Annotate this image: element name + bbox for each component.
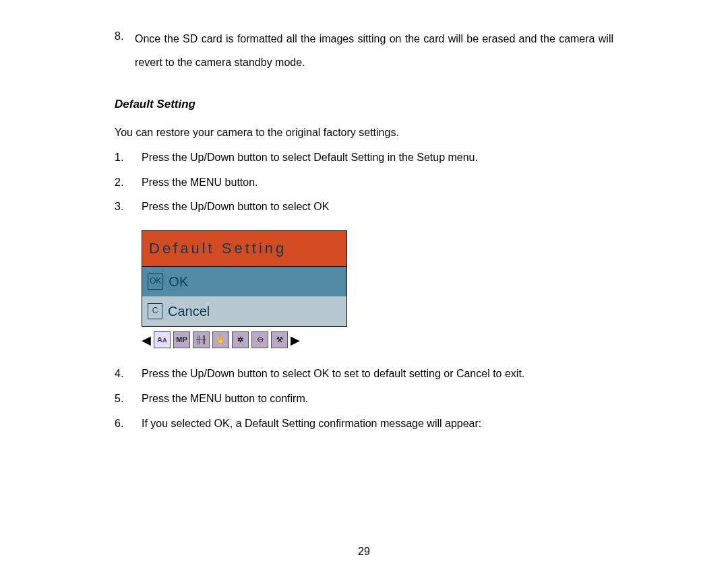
face-icon: ✲ [232, 331, 249, 348]
steps-list-after: 4. Press the Up/Down button to select OK… [115, 364, 613, 433]
step-text: Press the MENU button to confirm. [142, 389, 308, 409]
section-heading: Default Setting [115, 94, 613, 115]
icon-strip: ◀ Aᴀ MP ╫╫ ✋ ✲ ⦵ ⚒ ▶ [142, 329, 347, 351]
step-number: 5. [115, 389, 142, 409]
page-number: 29 [0, 542, 728, 562]
frequency-icon: ╫╫ [193, 331, 210, 348]
step-6: 6. If you selected OK, a Default Setting… [115, 414, 613, 434]
cancel-label: Cancel [168, 299, 210, 323]
steps-list-before: 1. Press the Up/Down button to select De… [115, 148, 613, 217]
option-cancel-row: C Cancel [142, 296, 346, 326]
ok-label: OK [169, 269, 188, 294]
step-number: 3. [115, 197, 142, 217]
timer-icon: ⦵ [251, 331, 268, 348]
step-4: 4. Press the Up/Down button to select OK… [115, 364, 613, 384]
step-number: 4. [115, 364, 142, 384]
auto-icon: Aᴀ [154, 331, 171, 348]
option-ok-row: OK OK [142, 267, 346, 296]
item-text: Once the SD card is formatted all the im… [135, 27, 613, 74]
step-text: Press the Up/Down button to select OK [142, 197, 329, 217]
step-number: 1. [115, 148, 142, 168]
step-2: 2. Press the MENU button. [115, 173, 613, 193]
list-item-8: 8. Once the SD card is formatted all the… [115, 27, 613, 74]
item-number: 8. [115, 27, 135, 74]
step-text: Press the MENU button. [142, 173, 258, 193]
step-number: 6. [115, 414, 142, 434]
screen-title: Default Setting [142, 231, 346, 267]
arrow-left-icon: ◀ [142, 329, 151, 351]
step-text: If you selected OK, a Default Setting co… [142, 414, 481, 434]
step-text: Press the Up/Down button to select OK to… [142, 364, 524, 384]
step-text: Press the Up/Down button to select Defau… [142, 148, 478, 168]
camera-screen-panel: Default Setting OK OK C Cancel [142, 230, 347, 327]
step-1: 1. Press the Up/Down button to select De… [115, 148, 613, 168]
mp-icon: MP [173, 331, 190, 348]
wrench-icon: ⚒ [271, 331, 288, 348]
step-3: 3. Press the Up/Down button to select OK [115, 197, 613, 217]
arrow-right-icon: ▶ [291, 329, 300, 351]
cancel-icon: C [148, 303, 162, 319]
camera-screen-illustration: Default Setting OK OK C Cancel ◀ Aᴀ MP ╫… [142, 230, 347, 351]
ok-icon: OK [148, 273, 163, 290]
section-intro: You can restore your camera to the origi… [115, 123, 613, 143]
step-number: 2. [115, 173, 142, 193]
step-5: 5. Press the MENU button to confirm. [115, 389, 613, 409]
hand-icon: ✋ [212, 331, 229, 348]
